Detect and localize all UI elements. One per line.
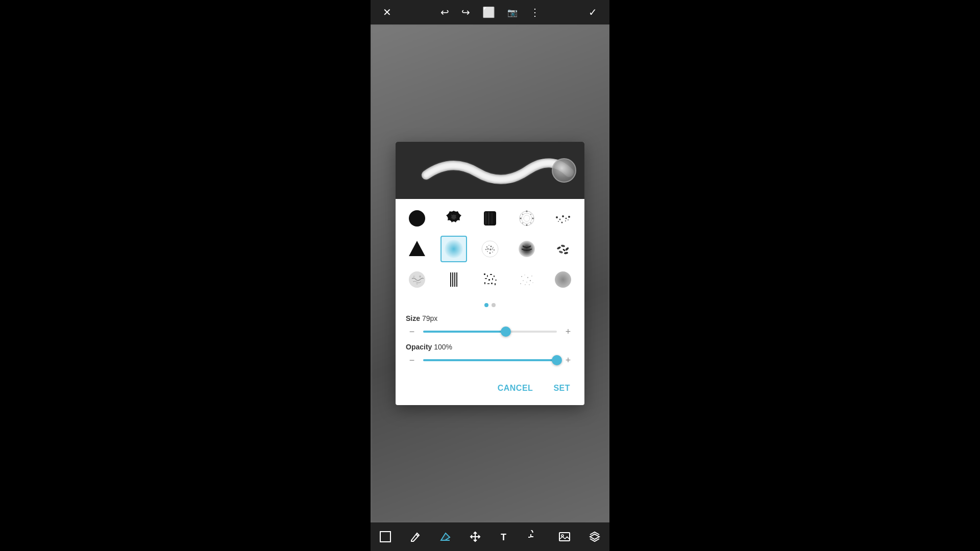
svg-point-37 xyxy=(487,248,489,250)
svg-point-7 xyxy=(524,215,530,221)
svg-point-75 xyxy=(532,282,533,283)
more-icon[interactable]: ⋮ xyxy=(526,4,544,20)
svg-point-31 xyxy=(493,247,494,248)
size-decrease-button[interactable]: − xyxy=(406,325,418,338)
svg-point-35 xyxy=(487,251,488,252)
brush-cell-triangle[interactable] xyxy=(404,236,430,262)
svg-point-33 xyxy=(492,252,493,253)
svg-rect-67 xyxy=(495,283,496,285)
pagination-dot-2[interactable] xyxy=(492,303,496,307)
brush-cell-ink-brush[interactable] xyxy=(477,205,503,232)
svg-rect-59 xyxy=(494,276,495,277)
undo-icon[interactable]: ↩ xyxy=(436,4,453,20)
bottom-icon-pen[interactable] xyxy=(405,528,426,545)
svg-point-78 xyxy=(529,284,530,285)
svg-rect-57 xyxy=(487,275,488,277)
sliders-section: Size 79px − + xyxy=(396,312,584,378)
opacity-label: Opacity 100% xyxy=(406,343,574,351)
opacity-decrease-button[interactable]: − xyxy=(406,354,418,366)
svg-point-23 xyxy=(565,220,566,221)
svg-rect-2 xyxy=(485,212,487,224)
svg-point-45 xyxy=(564,252,569,254)
svg-point-19 xyxy=(566,218,567,219)
brush-cell-noise[interactable] xyxy=(477,266,503,293)
svg-point-30 xyxy=(491,246,492,247)
brush-preview-area xyxy=(396,142,584,199)
size-slider-thumb[interactable] xyxy=(501,327,511,337)
svg-rect-83 xyxy=(559,533,570,541)
opacity-slider-track[interactable] xyxy=(423,359,557,361)
opacity-increase-button[interactable]: + xyxy=(562,354,574,366)
svg-point-68 xyxy=(521,276,522,277)
brush-cell-gravel[interactable] xyxy=(477,236,503,262)
brush-row-2 xyxy=(404,236,576,262)
bottom-icon-image[interactable] xyxy=(554,528,575,545)
set-button[interactable]: SET xyxy=(549,382,574,395)
brush-cell-ink-splat[interactable] xyxy=(440,205,467,232)
bottom-icon-eraser[interactable] xyxy=(434,528,456,545)
svg-rect-60 xyxy=(485,278,487,279)
bottom-icon-text[interactable]: T xyxy=(494,528,516,545)
size-slider-row: Size 79px − + xyxy=(406,314,574,338)
svg-rect-66 xyxy=(491,283,493,284)
bottom-toolbar: T xyxy=(371,522,609,551)
size-increase-button[interactable]: + xyxy=(562,325,574,338)
opacity-label-text: Opacity xyxy=(406,343,432,351)
size-slider-track[interactable] xyxy=(423,331,557,333)
size-slider-fill xyxy=(423,331,506,333)
brush-cell-dotted-circle[interactable] xyxy=(513,205,540,232)
brush-cell-smudge[interactable] xyxy=(513,236,540,262)
brush-cell-leaf-scatter[interactable] xyxy=(550,236,576,262)
dialog-buttons: CANCEL SET xyxy=(396,378,584,405)
svg-point-72 xyxy=(523,280,524,281)
svg-point-71 xyxy=(531,276,532,277)
app-container: ✕ ↩ ↪ ⬜ 📷 ⋮ ✓ xyxy=(371,0,609,551)
svg-point-76 xyxy=(520,283,521,284)
top-toolbar: ✕ ↩ ↪ ⬜ 📷 ⋮ ✓ xyxy=(371,0,609,24)
svg-point-77 xyxy=(525,284,526,285)
svg-point-74 xyxy=(529,280,530,281)
svg-point-22 xyxy=(561,222,563,223)
bottom-icon-history[interactable] xyxy=(524,528,546,545)
brush-grid xyxy=(396,199,584,300)
svg-point-0 xyxy=(409,210,425,227)
video-icon[interactable]: 📷 xyxy=(503,6,522,19)
brush-cell-scatter[interactable] xyxy=(550,205,576,232)
svg-rect-58 xyxy=(490,274,492,275)
toolbar-left: ✕ xyxy=(379,4,396,20)
svg-point-39 xyxy=(492,248,493,249)
svg-marker-25 xyxy=(409,241,425,256)
close-icon[interactable]: ✕ xyxy=(379,4,396,20)
brush-cell-speckle[interactable] xyxy=(513,266,540,293)
size-slider-control: − + xyxy=(406,325,574,338)
svg-point-17 xyxy=(559,219,561,220)
svg-rect-80 xyxy=(380,532,390,542)
svg-rect-63 xyxy=(495,280,497,281)
bottom-icon-layers[interactable] xyxy=(584,528,605,545)
brush-cell-texture1[interactable] xyxy=(404,266,430,293)
opacity-slider-thumb[interactable] xyxy=(552,355,562,365)
brush-cell-soft-selected[interactable] xyxy=(440,236,467,262)
bottom-icon-move[interactable] xyxy=(464,528,486,545)
brush-cell-solid-circle[interactable] xyxy=(404,205,430,232)
svg-point-43 xyxy=(565,247,569,251)
check-icon[interactable]: ✓ xyxy=(584,4,601,20)
redo-icon[interactable]: ↪ xyxy=(457,4,474,20)
svg-rect-4 xyxy=(491,212,493,224)
svg-point-29 xyxy=(488,245,489,246)
brush-cell-soft-gray[interactable] xyxy=(550,266,576,293)
svg-point-24 xyxy=(568,219,569,220)
opacity-slider-control: − + xyxy=(406,354,574,366)
svg-point-46 xyxy=(562,248,566,252)
cancel-button[interactable]: CANCEL xyxy=(494,382,537,395)
svg-point-69 xyxy=(524,274,525,276)
svg-point-32 xyxy=(494,249,495,251)
size-value: 79px xyxy=(422,314,437,322)
brush-cell-lines[interactable] xyxy=(440,266,467,293)
pagination-dot-1[interactable] xyxy=(484,303,488,307)
crop-icon[interactable]: ⬜ xyxy=(478,4,499,20)
brush-size-circle xyxy=(552,158,576,183)
svg-point-41 xyxy=(557,246,561,249)
bottom-icon-shape[interactable] xyxy=(375,528,396,545)
svg-point-6 xyxy=(522,213,532,223)
